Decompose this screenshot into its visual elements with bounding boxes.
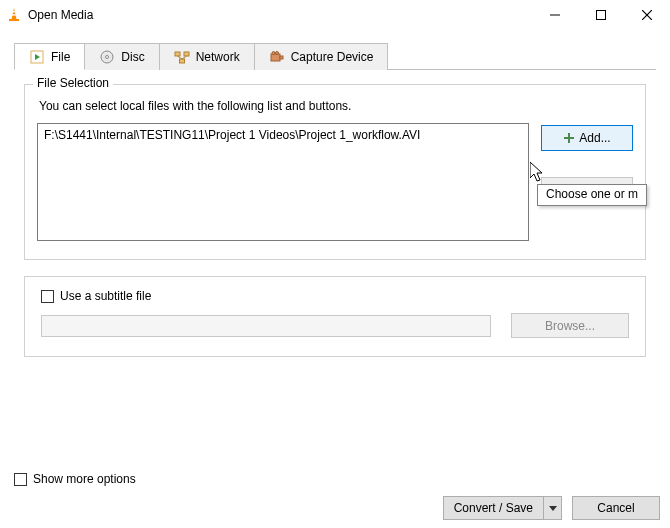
- chevron-down-icon: [549, 501, 557, 515]
- add-button-tooltip: Choose one or m: [537, 184, 647, 206]
- tab-bar: File Disc Network: [14, 42, 656, 70]
- tab-network-label: Network: [196, 50, 240, 64]
- convert-save-dropdown[interactable]: [544, 496, 562, 520]
- subtitle-checkbox-label: Use a subtitle file: [60, 289, 151, 303]
- svg-marker-24: [549, 506, 557, 511]
- subtitle-path-input: [41, 315, 491, 337]
- svg-marker-0: [12, 8, 17, 19]
- subtitle-group: Use a subtitle file Browse...: [24, 276, 646, 357]
- maximize-button[interactable]: [578, 0, 624, 30]
- svg-rect-3: [9, 19, 19, 21]
- svg-rect-22: [564, 137, 574, 139]
- cancel-label: Cancel: [597, 501, 634, 515]
- convert-save-label: Convert / Save: [454, 501, 533, 515]
- browse-button: Browse...: [511, 313, 629, 338]
- tooltip-text: Choose one or m: [546, 187, 638, 201]
- file-selection-hint: You can select local files with the foll…: [39, 99, 633, 113]
- file-selection-group: File Selection You can select local file…: [24, 84, 646, 260]
- svg-rect-2: [12, 14, 17, 15]
- network-icon: [174, 49, 190, 65]
- capture-device-icon: [269, 49, 285, 65]
- close-button[interactable]: [624, 0, 670, 30]
- svg-rect-13: [184, 52, 189, 56]
- disc-icon: [99, 49, 115, 65]
- add-button[interactable]: Add...: [541, 125, 633, 151]
- svg-rect-5: [597, 11, 606, 20]
- svg-rect-18: [280, 56, 283, 59]
- tab-capture-label: Capture Device: [291, 50, 374, 64]
- svg-rect-12: [175, 52, 180, 56]
- svg-rect-1: [12, 11, 16, 12]
- svg-rect-14: [179, 59, 184, 63]
- minimize-button[interactable]: [532, 0, 578, 30]
- cancel-button[interactable]: Cancel: [572, 496, 660, 520]
- titlebar: Open Media: [0, 0, 670, 30]
- file-list-entry[interactable]: F:\S1441\Internal\TESTING11\Project 1 Vi…: [44, 128, 522, 142]
- browse-button-label: Browse...: [545, 319, 595, 333]
- tab-network[interactable]: Network: [159, 43, 255, 70]
- subtitle-checkbox[interactable]: [41, 290, 54, 303]
- more-options-label: Show more options: [33, 472, 136, 486]
- file-list[interactable]: F:\S1441\Internal\TESTING11\Project 1 Vi…: [37, 123, 529, 241]
- vlc-cone-icon: [6, 7, 22, 23]
- more-options-checkbox[interactable]: [14, 473, 27, 486]
- file-play-icon: [29, 49, 45, 65]
- svg-point-20: [275, 52, 278, 55]
- window-title: Open Media: [28, 8, 93, 22]
- tab-file-label: File: [51, 50, 70, 64]
- svg-rect-17: [271, 54, 280, 61]
- bottom-area: Show more options Convert / Save Cancel: [10, 472, 660, 520]
- svg-point-19: [272, 52, 275, 55]
- convert-save-split-button[interactable]: Convert / Save: [443, 496, 562, 520]
- tab-disc[interactable]: Disc: [84, 43, 159, 70]
- plus-icon: [563, 132, 575, 144]
- main-panel: File Selection You can select local file…: [14, 70, 656, 383]
- file-selection-title: File Selection: [33, 76, 113, 90]
- svg-point-11: [106, 56, 109, 59]
- convert-save-button[interactable]: Convert / Save: [443, 496, 544, 520]
- tab-file[interactable]: File: [14, 43, 85, 70]
- add-button-label: Add...: [579, 131, 610, 145]
- tab-disc-label: Disc: [121, 50, 144, 64]
- tab-capture[interactable]: Capture Device: [254, 43, 389, 70]
